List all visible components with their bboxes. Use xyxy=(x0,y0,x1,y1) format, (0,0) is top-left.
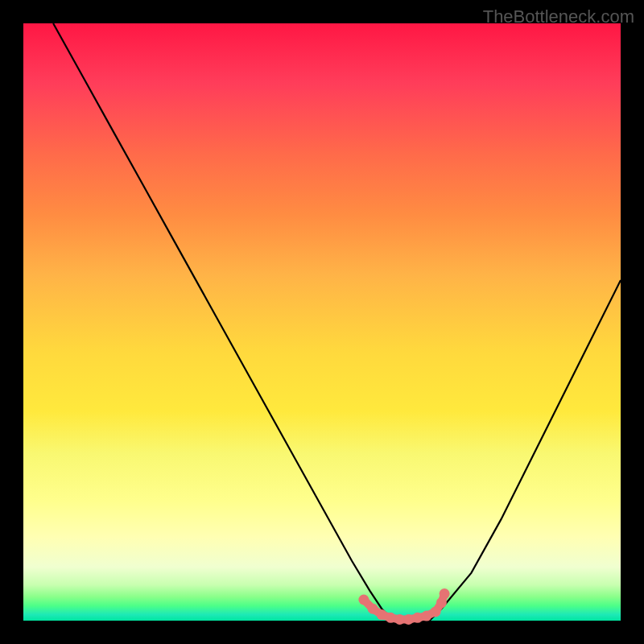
watermark-text: TheBottleneck.com xyxy=(483,6,634,27)
plot-area xyxy=(23,23,621,621)
chart-container: TheBottleneck.com xyxy=(0,0,644,644)
